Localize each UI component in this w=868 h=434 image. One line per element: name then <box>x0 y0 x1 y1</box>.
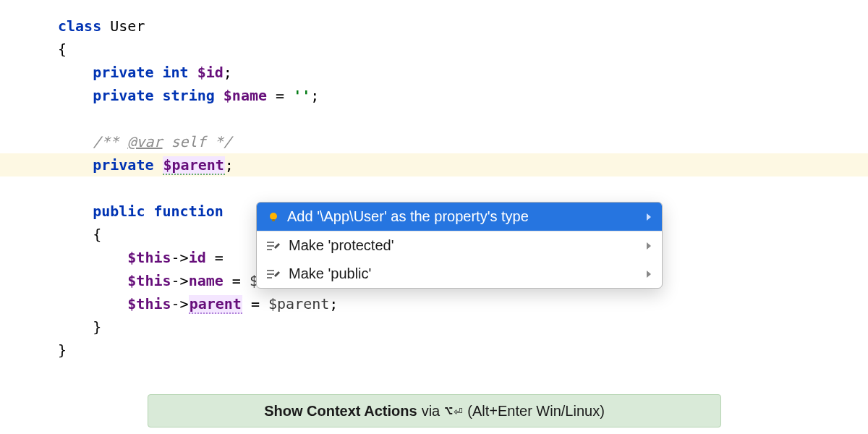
intention-actions-popup[interactable]: Add '\App\User' as the property's type M… <box>256 202 663 289</box>
assign: = <box>242 295 268 312</box>
brace: { <box>58 41 67 58</box>
keyword-class: class <box>58 17 101 35</box>
code-line: { <box>0 38 868 61</box>
code-line: } <box>0 339 868 362</box>
hint-via: via <box>422 403 441 420</box>
semicolon: ; <box>310 87 319 104</box>
semicolon: ; <box>225 156 234 174</box>
keyword-private: private <box>93 156 153 174</box>
var-name: $name <box>224 87 267 104</box>
edit-lines-icon <box>267 239 281 252</box>
type-int: int <box>163 64 189 81</box>
brace: } <box>58 341 67 359</box>
keyword-private: private <box>93 87 153 104</box>
semicolon: ; <box>329 295 338 312</box>
doc-self: self <box>163 133 215 150</box>
type-string: string <box>163 87 215 104</box>
intention-action-make-protected[interactable]: Make 'protected' <box>257 231 662 260</box>
hint-win-shortcut: (Alt+Enter Win/Linux) <box>467 403 605 420</box>
edit-lines-icon <box>267 268 281 281</box>
class-name: User <box>110 17 145 35</box>
lightbulb-icon <box>267 210 280 224</box>
intention-action-label: Make 'public' <box>289 265 371 282</box>
this-var: $this <box>127 295 171 312</box>
hint-action-name: Show Context Actions <box>264 403 417 420</box>
assign: = <box>224 272 250 289</box>
keyword-function: function <box>153 203 223 220</box>
code-line: private string $name = ''; <box>0 84 868 107</box>
code-line: /** @var self */ <box>0 130 868 153</box>
code-line-blank <box>0 176 868 200</box>
doc-close: */ <box>215 133 232 150</box>
svg-point-0 <box>270 213 277 220</box>
this-var: $this <box>127 272 171 289</box>
code-line-blank <box>0 107 868 130</box>
brace: { <box>93 226 101 243</box>
chevron-right-icon <box>646 208 652 225</box>
code-line: private int $id; <box>0 61 868 84</box>
code-line: class User <box>0 14 868 38</box>
arrow: -> <box>171 272 189 289</box>
var-id: $id <box>197 64 224 81</box>
keyword-private: private <box>93 64 153 81</box>
code-editor[interactable]: class User { private int $id; private st… <box>0 0 868 362</box>
svg-rect-7 <box>267 277 272 278</box>
arrow: -> <box>171 249 189 266</box>
brace: } <box>93 318 101 336</box>
code-line: } <box>0 315 868 339</box>
svg-rect-1 <box>272 219 275 221</box>
doc-comment: /** @var self */ <box>93 133 232 150</box>
intention-action-make-public[interactable]: Make 'public' <box>257 260 662 288</box>
prop-id: id <box>189 249 206 266</box>
prop-name: name <box>189 272 224 289</box>
semicolon: ; <box>224 64 232 81</box>
chevron-right-icon <box>646 265 652 282</box>
doc-var-tag: @var <box>127 133 162 150</box>
svg-rect-5 <box>267 270 274 271</box>
intention-action-label: Add '\App\User' as the property's type <box>287 208 529 225</box>
svg-rect-4 <box>267 249 272 250</box>
doc-open: /** <box>93 133 127 150</box>
intention-action-label: Make 'protected' <box>289 237 394 254</box>
hint-mac-shortcut: ⌥⏎ <box>444 402 463 420</box>
svg-rect-3 <box>267 245 274 247</box>
svg-rect-6 <box>267 273 274 275</box>
param-parent: $parent <box>268 295 329 312</box>
assign: = <box>267 87 293 104</box>
code-line: $this->parent = $parent; <box>0 292 868 315</box>
svg-rect-2 <box>267 242 274 243</box>
var-parent-inspected[interactable]: $parent <box>163 156 225 175</box>
assign: = <box>206 249 232 266</box>
this-var: $this <box>127 249 171 266</box>
chevron-right-icon <box>646 237 652 254</box>
code-line-highlighted: private $parent; <box>0 153 868 176</box>
shortcut-hint-banner: Show Context Actions via ⌥⏎ (Alt+Enter W… <box>148 394 721 427</box>
keyword-public: public <box>93 203 145 220</box>
prop-parent-highlighted: parent <box>189 295 242 314</box>
arrow: -> <box>171 295 189 312</box>
intention-action-add-type[interactable]: Add '\App\User' as the property's type <box>257 203 662 231</box>
string-literal: '' <box>293 87 310 104</box>
